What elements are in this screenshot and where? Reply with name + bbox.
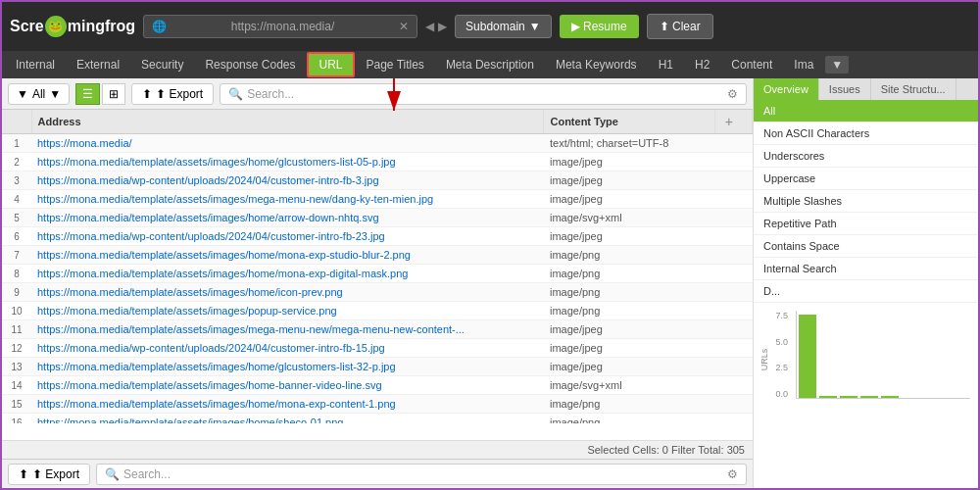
- table-row[interactable]: 13https://mona.media/template/assets/ima…: [2, 358, 753, 376]
- export-button[interactable]: ⬆ ⬆ Export: [131, 83, 214, 105]
- bottom-search-filter-icon[interactable]: ⚙: [727, 467, 738, 481]
- bottom-search-input[interactable]: 🔍 Search... ⚙: [96, 464, 747, 485]
- logo-text-start: Scre: [10, 18, 44, 35]
- issue-item-all[interactable]: All: [754, 100, 978, 122]
- row-address-link[interactable]: https://mona.media/template/assets/image…: [37, 193, 433, 205]
- row-address-link[interactable]: https://mona.media/template/assets/image…: [37, 156, 396, 168]
- row-content-type: text/html; charset=UTF-8: [544, 134, 714, 153]
- bottom-toolbar: ⬆ ⬆ Export 🔍 Search... ⚙: [2, 459, 753, 488]
- row-content-type: image/jpeg: [544, 153, 714, 172]
- add-column-button[interactable]: +: [721, 114, 737, 129]
- search-input[interactable]: 🔍 Search... ⚙: [220, 83, 747, 105]
- subdomain-button[interactable]: Subdomain ▼: [455, 15, 552, 38]
- table-row[interactable]: 2https://mona.media/template/assets/imag…: [2, 153, 753, 172]
- issue-item-contains-space[interactable]: Contains Space: [754, 235, 978, 258]
- row-extra: [714, 358, 752, 376]
- table-scroll[interactable]: Address Content Type + 1https://mona.med…: [2, 110, 753, 423]
- panel-tab-overview[interactable]: Overview: [754, 78, 819, 100]
- bottom-export-icon: ⬆: [19, 467, 28, 481]
- resume-button[interactable]: ▶ Resume: [560, 15, 639, 38]
- row-extra: [714, 320, 752, 339]
- row-address-link[interactable]: https://mona.media/wp-content/uploads/20…: [37, 230, 385, 242]
- bottom-export-button[interactable]: ⬆ ⬆ Export: [8, 464, 90, 485]
- row-address-link[interactable]: https://mona.media/: [37, 137, 132, 149]
- nav-right-icon[interactable]: ▶: [438, 20, 447, 33]
- issue-item-uppercase[interactable]: Uppercase: [754, 168, 978, 190]
- row-address-link[interactable]: https://mona.media/template/assets/image…: [37, 379, 382, 391]
- table-row[interactable]: 12https://mona.media/wp-content/uploads/…: [2, 339, 753, 358]
- row-address-link[interactable]: https://mona.media/template/assets/image…: [37, 361, 396, 372]
- frog-icon: 🐸: [45, 16, 67, 37]
- table-row[interactable]: 15https://mona.media/template/assets/ima…: [2, 395, 753, 414]
- row-address: https://mona.media/template/assets/image…: [31, 209, 544, 227]
- tab-meta-keywords[interactable]: Meta Keywords: [546, 54, 647, 75]
- table-row[interactable]: 8https://mona.media/template/assets/imag…: [2, 265, 753, 283]
- row-address-link[interactable]: https://mona.media/template/assets/image…: [37, 416, 343, 423]
- table-row[interactable]: 3https://mona.media/wp-content/uploads/2…: [2, 172, 753, 190]
- chart-y-label-50: 5.0: [761, 337, 788, 347]
- row-address: https://mona.media/wp-content/uploads/20…: [31, 339, 544, 358]
- tab-internal[interactable]: Internal: [6, 54, 65, 75]
- issue-item-d[interactable]: D...: [754, 280, 978, 303]
- tree-view-button[interactable]: ⊞: [102, 83, 125, 105]
- table-row[interactable]: 9https://mona.media/template/assets/imag…: [2, 283, 753, 302]
- table-row[interactable]: 14https://mona.media/template/assets/ima…: [2, 376, 753, 395]
- table-row[interactable]: 7https://mona.media/template/assets/imag…: [2, 246, 753, 265]
- row-content-type: image/jpeg: [544, 339, 714, 358]
- row-num: 3: [2, 172, 31, 190]
- status-bar: Selected Cells: 0 Filter Total: 305: [2, 440, 753, 459]
- table-row[interactable]: 11https://mona.media/template/assets/ima…: [2, 320, 753, 339]
- nav-tabs-more[interactable]: ▼: [825, 56, 849, 74]
- issue-item-repetitive-path[interactable]: Repetitive Path: [754, 213, 978, 235]
- issue-item-underscores[interactable]: Underscores: [754, 145, 978, 168]
- row-address-link[interactable]: https://mona.media/template/assets/image…: [37, 305, 337, 317]
- filter-dropdown[interactable]: ▼ All ▼: [8, 83, 70, 105]
- tab-meta-description[interactable]: Meta Description: [436, 54, 544, 75]
- chart-y-axis-title: URLs: [760, 349, 769, 371]
- table-row[interactable]: 16https://mona.media/template/assets/ima…: [2, 414, 753, 424]
- close-icon[interactable]: ✕: [399, 20, 409, 33]
- row-address-link[interactable]: https://mona.media/template/assets/image…: [37, 212, 379, 223]
- row-address: https://mona.media/wp-content/uploads/20…: [31, 172, 544, 190]
- table-row[interactable]: 10https://mona.media/template/assets/ima…: [2, 302, 753, 320]
- tab-url[interactable]: URL: [307, 52, 354, 77]
- tab-content[interactable]: Content: [721, 54, 782, 75]
- table-row[interactable]: 1https://mona.media/text/html; charset=U…: [2, 134, 753, 153]
- issue-item-multiple-slashes[interactable]: Multiple Slashes: [754, 190, 978, 213]
- col-add[interactable]: +: [714, 110, 752, 134]
- panel-tab-issues[interactable]: Issues: [819, 78, 871, 100]
- row-address-link[interactable]: https://mona.media/template/assets/image…: [37, 323, 465, 335]
- url-bar[interactable]: 🌐 https://mona.media/ ✕: [143, 15, 417, 38]
- row-address-link[interactable]: https://mona.media/wp-content/uploads/20…: [37, 174, 379, 186]
- table-row[interactable]: 4https://mona.media/template/assets/imag…: [2, 190, 753, 209]
- row-address-link[interactable]: https://mona.media/template/assets/image…: [37, 286, 343, 298]
- issue-item-non-ascii[interactable]: Non ASCII Characters: [754, 122, 978, 145]
- tab-external[interactable]: External: [67, 54, 129, 75]
- url-text: https://mona.media/: [172, 20, 393, 33]
- list-view-button[interactable]: ☰: [75, 83, 100, 105]
- table-row[interactable]: 6https://mona.media/wp-content/uploads/2…: [2, 227, 753, 246]
- row-extra: [714, 302, 752, 320]
- row-address-link[interactable]: https://mona.media/template/assets/image…: [37, 398, 396, 410]
- row-address-link[interactable]: https://mona.media/template/assets/image…: [37, 249, 411, 261]
- issue-item-internal-search[interactable]: Internal Search: [754, 258, 978, 280]
- row-address-link[interactable]: https://mona.media/wp-content/uploads/20…: [37, 342, 385, 354]
- row-address: https://mona.media/template/assets/image…: [31, 302, 544, 320]
- row-address-link[interactable]: https://mona.media/template/assets/image…: [37, 268, 408, 279]
- tab-h2[interactable]: H2: [685, 54, 719, 75]
- tab-images[interactable]: Ima: [784, 54, 823, 75]
- col-address[interactable]: Address: [31, 110, 544, 134]
- row-content-type: image/png: [544, 246, 714, 265]
- chart-bar-5: [881, 396, 899, 398]
- tab-h1[interactable]: H1: [649, 54, 683, 75]
- tab-response-codes[interactable]: Response Codes: [195, 54, 305, 75]
- panel-tab-site-structure[interactable]: Site Structu...: [871, 78, 956, 100]
- nav-left-icon[interactable]: ◀: [425, 20, 434, 33]
- row-num: 13: [2, 358, 31, 376]
- search-filter-icon[interactable]: ⚙: [727, 87, 738, 101]
- table-row[interactable]: 5https://mona.media/template/assets/imag…: [2, 209, 753, 227]
- tab-security[interactable]: Security: [131, 54, 193, 75]
- tab-page-titles[interactable]: Page Titles: [357, 54, 434, 75]
- col-content-type[interactable]: Content Type: [544, 110, 714, 134]
- clear-button[interactable]: ⬆ Clear: [647, 14, 713, 39]
